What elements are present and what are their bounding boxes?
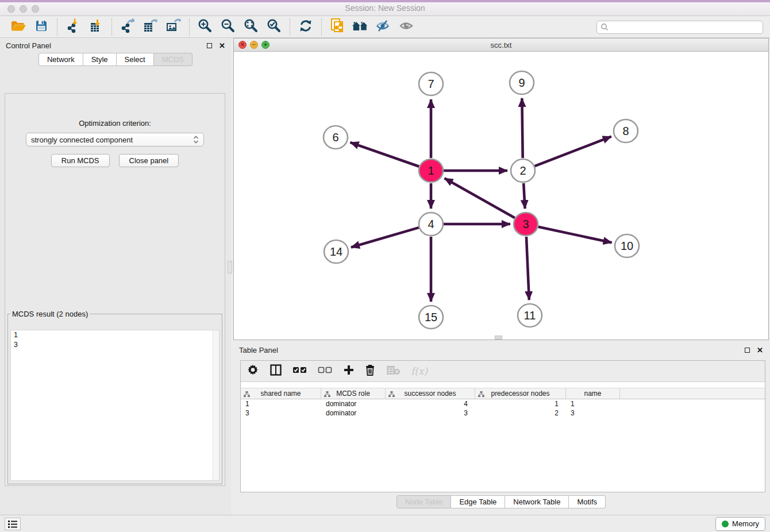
edge-1-6[interactable] [350, 142, 419, 167]
tree-column-icon [388, 391, 395, 399]
cell-MCDS-role[interactable]: dominator [321, 400, 386, 408]
export-table-button[interactable] [139, 18, 162, 36]
graph-node-10[interactable]: 10 [615, 234, 639, 257]
edge-4-14[interactable] [351, 228, 419, 247]
edge-2-9[interactable] [522, 98, 522, 158]
result-line: 3 [11, 340, 219, 350]
delete-row-button[interactable] [365, 364, 375, 379]
graph-node-1[interactable]: 1 [419, 159, 443, 182]
search-input[interactable] [611, 23, 759, 31]
tab-motifs[interactable]: Motifs [569, 495, 606, 508]
column-header-predecessor-nodes[interactable]: predecessor nodes [475, 388, 566, 399]
hide-eye-icon [375, 19, 391, 35]
network-close-button[interactable]: × [238, 41, 247, 49]
graph-node-7[interactable]: 7 [419, 72, 443, 95]
duplicate-network-button[interactable] [326, 18, 349, 36]
cell-name[interactable]: 3 [566, 409, 620, 417]
close-panel-icon[interactable]: ✕ [219, 42, 225, 49]
float-panel-button[interactable] [207, 43, 212, 48]
graph-node-3[interactable]: 3 [514, 213, 538, 236]
tab-edge-table[interactable]: Edge Table [451, 495, 505, 508]
cell-successor-nodes[interactable]: 4 [386, 400, 475, 408]
select-all-checks-button[interactable] [292, 364, 307, 379]
tab-mcds[interactable]: MCDS [154, 53, 192, 66]
network-maximize-button[interactable]: + [261, 41, 270, 49]
column-header-MCDS-role[interactable]: MCDS role [321, 388, 386, 399]
tab-network[interactable]: Network [38, 53, 83, 66]
column-header-successor-nodes[interactable]: successor nodes [386, 388, 475, 399]
table-header-row: shared nameMCDS rolesuccessor nodesprede… [241, 388, 765, 399]
graph-node-14[interactable]: 14 [324, 240, 348, 263]
close-panel-button[interactable]: Close panel [119, 154, 179, 167]
tree-column-icon [478, 391, 484, 399]
control-panel-title: Control Panel [6, 41, 51, 50]
edge-2-3[interactable] [523, 183, 525, 209]
show-eye-button[interactable] [395, 18, 418, 36]
panel-splitter-handle[interactable] [228, 261, 232, 273]
graph-node-8[interactable]: 8 [614, 119, 638, 142]
optimization-criterion-select[interactable]: strongly connected component [26, 133, 204, 147]
zoom-out-button[interactable] [217, 18, 240, 36]
export-network-button[interactable] [116, 18, 139, 36]
deselect-all-checks-button[interactable] [318, 364, 333, 379]
zoom-selected-button[interactable] [263, 18, 286, 36]
cell-predecessor-nodes[interactable]: 2 [475, 409, 566, 417]
network-splitter-handle[interactable] [495, 336, 502, 340]
refresh-button[interactable] [294, 18, 317, 36]
table-row[interactable]: 3dominator323 [241, 408, 765, 418]
tab-select[interactable]: Select [117, 53, 154, 66]
export-table-icon [143, 18, 159, 36]
result-scrollbar[interactable] [213, 330, 219, 480]
graph-node-4[interactable]: 4 [419, 213, 443, 236]
control-panel: Control Panel ✕ NetworkStyleSelectMCDS O… [0, 38, 231, 515]
edge-3-1[interactable] [445, 178, 515, 218]
edge-3-10[interactable] [538, 227, 612, 243]
run-mcds-button[interactable]: Run MCDS [51, 154, 110, 167]
cell-successor-nodes[interactable]: 3 [386, 409, 475, 417]
settings-gear-button[interactable] [247, 364, 259, 379]
column-chooser-button[interactable] [270, 364, 282, 379]
houses-button[interactable] [349, 18, 372, 36]
open-session-button[interactable] [7, 18, 30, 36]
graph-node-15[interactable]: 15 [419, 306, 443, 329]
network-canvas[interactable]: 7968124314101511 [234, 52, 768, 340]
edge-3-11[interactable] [526, 237, 529, 300]
cell-name[interactable]: 1 [566, 400, 620, 408]
mcds-result-textarea[interactable]: 13 [10, 330, 220, 481]
export-image-button[interactable] [162, 18, 185, 36]
zoom-in-icon [197, 18, 213, 36]
cell-predecessor-nodes[interactable]: 1 [475, 400, 566, 408]
add-row-button[interactable] [343, 364, 355, 379]
cell-MCDS-role[interactable]: dominator [321, 409, 386, 417]
table-row[interactable]: 1dominator411 [241, 399, 765, 408]
import-network-button[interactable] [61, 18, 84, 36]
table-panel: Table Panel ✕ f(x) shared nameMCDS roles… [233, 342, 769, 511]
toolbar-separator [290, 18, 290, 36]
memory-button[interactable]: Memory [715, 517, 765, 531]
edge-2-8[interactable] [535, 137, 611, 166]
zoom-in-button[interactable] [194, 18, 217, 36]
cell-shared-name[interactable]: 3 [241, 409, 321, 417]
network-window-controls: × − + [238, 41, 270, 49]
task-history-button[interactable] [5, 518, 21, 530]
network-minimize-button[interactable]: − [250, 41, 258, 49]
tab-node-table[interactable]: Node Table [396, 495, 452, 508]
table-float-panel-button[interactable] [745, 348, 750, 353]
table-close-panel-icon[interactable]: ✕ [757, 346, 763, 354]
graph-node-9[interactable]: 9 [510, 71, 534, 94]
cell-shared-name[interactable]: 1 [241, 400, 321, 408]
import-table-button[interactable] [84, 18, 107, 36]
column-header-shared-name[interactable]: shared name [241, 388, 321, 399]
toolbar-separator [189, 18, 190, 36]
graph-node-2[interactable]: 2 [511, 159, 535, 182]
graph-node-11[interactable]: 11 [518, 304, 542, 327]
tab-style[interactable]: Style [83, 53, 117, 66]
graph-node-6[interactable]: 6 [324, 126, 348, 149]
hide-eye-button[interactable] [372, 18, 395, 36]
zoom-fit-button[interactable] [240, 18, 263, 36]
tab-network-table[interactable]: Network Table [505, 495, 569, 508]
save-session-button[interactable] [30, 18, 53, 36]
open-session-icon [10, 19, 26, 35]
column-header-name[interactable]: name [566, 388, 620, 399]
network-window-titlebar[interactable]: × − + scc.txt [234, 38, 768, 52]
